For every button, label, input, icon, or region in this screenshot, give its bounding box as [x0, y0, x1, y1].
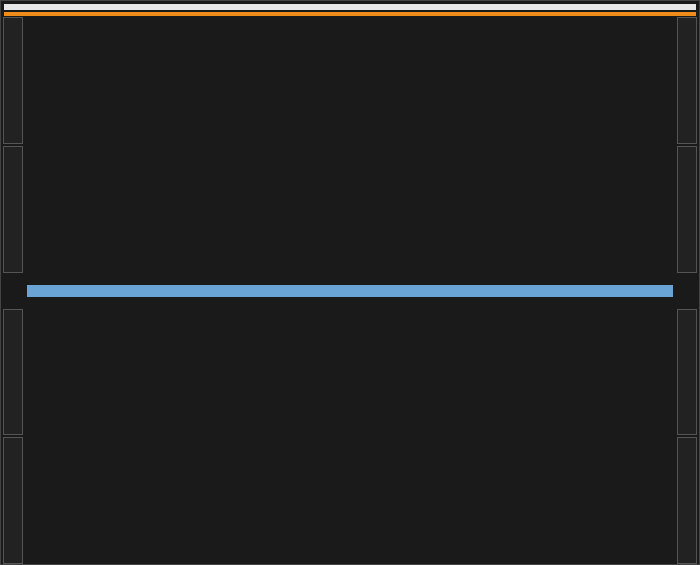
bus-strip-top: [27, 274, 673, 282]
mc-right-bottom: [677, 309, 697, 565]
memory-controller: [3, 309, 23, 436]
mc-right-top: [677, 17, 697, 273]
gpu-block-diagram: [0, 0, 700, 565]
gpc-pair-bottom: [23, 309, 677, 565]
memory-controller: [677, 146, 697, 273]
bus-strip-bottom: [27, 300, 673, 308]
mc-left-bottom: [3, 309, 23, 565]
memory-controller: [677, 309, 697, 436]
gigathread-bar: [4, 12, 696, 16]
memory-controller: [677, 437, 697, 564]
memory-controller: [3, 437, 23, 564]
main-area: [1, 17, 699, 564]
memory-controller: [3, 146, 23, 273]
l2-cache: [27, 285, 673, 297]
pci-interface-bar: [4, 4, 696, 10]
gpc-row-top: [3, 17, 697, 273]
gpc-row-bottom: [3, 309, 697, 565]
gpc-pair-top: [23, 17, 677, 273]
memory-controller: [3, 17, 23, 144]
mc-left-top: [3, 17, 23, 273]
memory-controller: [677, 17, 697, 144]
